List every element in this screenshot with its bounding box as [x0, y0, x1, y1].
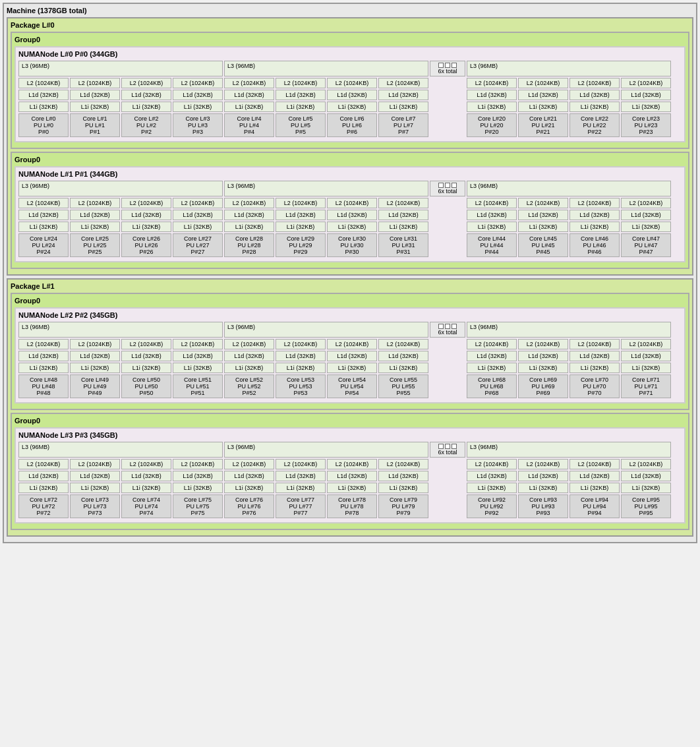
cache-cell: L1d (32KB) — [378, 90, 428, 100]
cache-cell: L1d (32KB) — [378, 351, 428, 361]
right-group: L1d (32KB)L1d (32KB)L1d (32KB)L1d (32KB) — [467, 471, 671, 481]
package-box: Package L#0Group0NUMANode L#0 P#0 (344GB… — [7, 17, 693, 276]
cache-cell: L2 (1024KB) — [70, 339, 120, 349]
cache-cell: L2 (1024KB) — [276, 459, 326, 469]
pu-label: P#1 — [73, 129, 117, 135]
pu-label-line1: PU L#55 — [381, 383, 426, 390]
cache-cell: L2 (1024KB) — [276, 198, 326, 208]
full-row: L2 (1024KB)L2 (1024KB)L2 (1024KB)L2 (102… — [18, 459, 682, 469]
cache-cell: L1d (32KB) — [276, 90, 326, 100]
cache-cell: L2 (1024KB) — [70, 459, 120, 469]
l3-row: L3 (96MB)L3 (96MB)6x totalL3 (96MB) — [18, 61, 682, 76]
machine-title: Machine (1378GB total) — [7, 7, 693, 15]
left-group: L2 (1024KB)L2 (1024KB)L2 (1024KB)L2 (102… — [18, 459, 428, 469]
full-row: L2 (1024KB)L2 (1024KB)L2 (1024KB)L2 (102… — [18, 198, 682, 208]
core-label: Core L#25 — [73, 235, 117, 242]
core-label: Core L#0 — [21, 115, 66, 122]
six-total-box — [430, 471, 465, 481]
cache-cell: L1i (32KB) — [378, 102, 428, 112]
indicator-dot — [445, 63, 450, 68]
cache-cell: L2 (1024KB) — [467, 78, 517, 88]
l3-cell: L3 (96MB) — [467, 322, 671, 338]
cache-cell: L1i (32KB) — [518, 363, 568, 373]
core-pu-cell: Core L#30PU L#30P#30 — [327, 233, 377, 257]
core-label: Core L#51 — [175, 376, 220, 383]
six-total-label: 6x total — [438, 68, 457, 75]
left-group: L2 (1024KB)L2 (1024KB)L2 (1024KB)L2 (102… — [18, 339, 428, 349]
six-total-label: 6x total — [438, 449, 457, 456]
cache-cell: L2 (1024KB) — [173, 78, 223, 88]
pu-label: P#0 — [21, 129, 66, 135]
core-pu-cell: Core L#93PU L#93P#93 — [518, 494, 568, 518]
numa-title: NUMANode L#0 P#0 (344GB) — [18, 50, 682, 58]
core-label: Core L#21 — [521, 115, 566, 122]
core-pu-cell: Core L#75PU L#75P#75 — [173, 494, 223, 518]
cache-cell: L2 (1024KB) — [518, 198, 568, 208]
core-pu-cell: Core L#23PU L#23P#23 — [621, 113, 671, 137]
core-pu-cell: Core L#51PU L#51P#51 — [173, 374, 223, 398]
cache-cell: L1d (32KB) — [173, 471, 223, 481]
core-pu-cell: Core L#78PU L#78P#78 — [327, 494, 377, 518]
cache-cell: L1i (32KB) — [327, 222, 377, 232]
pu-label-line1: PU L#54 — [330, 383, 374, 390]
cache-cell: L1d (32KB) — [467, 351, 517, 361]
cache-cell: L2 (1024KB) — [518, 78, 568, 88]
full-row: Core L#0PU L#0P#0Core L#1PU L#1P#1Core L… — [18, 113, 682, 137]
pu-label-line1: PU L#0 — [21, 122, 66, 129]
core-pu-cell: Core L#7PU L#7P#7 — [378, 113, 428, 137]
cache-cell: L1d (32KB) — [18, 90, 69, 100]
left-group: Core L#48PU L#48P#48Core L#49PU L#49P#49… — [18, 374, 428, 398]
core-label: Core L#69 — [521, 376, 566, 383]
cache-cell: L2 (1024KB) — [70, 198, 120, 208]
cache-cell: L2 (1024KB) — [378, 78, 428, 88]
full-row: Core L#24PU L#24P#24Core L#25PU L#25P#25… — [18, 233, 682, 257]
core-label: Core L#44 — [469, 235, 514, 242]
cache-cell: L2 (1024KB) — [569, 198, 620, 208]
pu-label-line1: PU L#72 — [21, 503, 66, 510]
cache-cell: L1d (32KB) — [518, 210, 568, 220]
pu-label: P#70 — [572, 390, 617, 396]
pu-label: P#50 — [124, 390, 169, 396]
pu-label: P#25 — [73, 249, 117, 255]
cache-cell: L1d (32KB) — [621, 210, 671, 220]
group-box: Group0NUMANode L#0 P#0 (344GB)L3 (96MB)L… — [11, 32, 689, 149]
cache-cell: L2 (1024KB) — [18, 198, 69, 208]
cache-cell: L1i (32KB) — [121, 363, 171, 373]
cache-cell: L1d (32KB) — [621, 351, 671, 361]
right-group: Core L#20PU L#20P#20Core L#21PU L#21P#21… — [467, 113, 671, 137]
cache-cell: L2 (1024KB) — [569, 339, 620, 349]
core-label: Core L#4 — [227, 115, 272, 122]
indicator-dot — [438, 324, 444, 329]
cache-cell: L1d (32KB) — [569, 90, 620, 100]
right-group: L2 (1024KB)L2 (1024KB)L2 (1024KB)L2 (102… — [467, 339, 671, 349]
pu-label-line1: PU L#70 — [572, 383, 617, 390]
pu-label-line1: PU L#74 — [124, 503, 169, 510]
numa-title: NUMANode L#3 P#3 (345GB) — [18, 431, 682, 439]
pu-label: P#55 — [381, 390, 426, 396]
core-pu-cell: Core L#26PU L#26P#26 — [121, 233, 171, 257]
pu-label: P#95 — [624, 510, 668, 516]
pu-label-line1: PU L#27 — [175, 242, 220, 249]
right-group: L1i (32KB)L1i (32KB)L1i (32KB)L1i (32KB) — [467, 483, 671, 493]
pu-label: P#47 — [624, 249, 668, 255]
core-pu-cell: Core L#22PU L#22P#22 — [569, 113, 620, 137]
pu-label-line1: PU L#26 — [124, 242, 169, 249]
cache-cell: L2 (1024KB) — [518, 459, 568, 469]
group-title: Group0 — [15, 36, 685, 44]
l3-cell: L3 (96MB) — [467, 181, 671, 196]
right-group: L1d (32KB)L1d (32KB)L1d (32KB)L1d (32KB) — [467, 210, 671, 220]
left-group: L1i (32KB)L1i (32KB)L1i (32KB)L1i (32KB)… — [18, 102, 428, 112]
core-label: Core L#76 — [227, 496, 272, 503]
cache-cell: L2 (1024KB) — [224, 78, 274, 88]
l3-cell: L3 (96MB) — [18, 181, 223, 196]
right-group: L2 (1024KB)L2 (1024KB)L2 (1024KB)L2 (102… — [467, 198, 671, 208]
core-label: Core L#79 — [381, 496, 426, 503]
cache-cell: L2 (1024KB) — [378, 459, 428, 469]
core-label: Core L#3 — [175, 115, 220, 122]
full-row: L1d (32KB)L1d (32KB)L1d (32KB)L1d (32KB)… — [18, 210, 682, 220]
cache-cell: L1d (32KB) — [378, 471, 428, 481]
cache-cell: L2 (1024KB) — [121, 198, 171, 208]
cache-cell: L1i (32KB) — [70, 483, 120, 493]
pu-label: P#49 — [73, 390, 117, 396]
core-pu-cell: Core L#70PU L#70P#70 — [569, 374, 620, 398]
